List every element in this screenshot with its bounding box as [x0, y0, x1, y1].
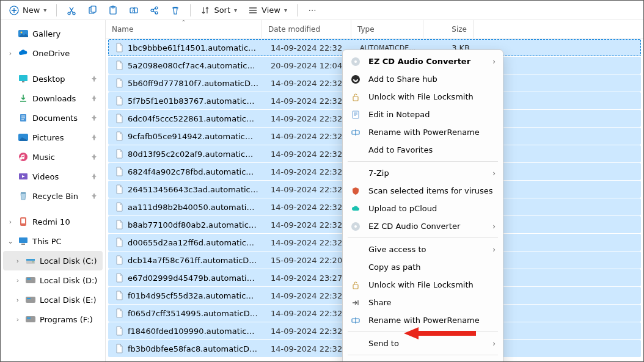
- ctx-unlock[interactable]: Unlock with File Locksmith: [343, 88, 503, 106]
- cut-button[interactable]: [62, 2, 81, 18]
- sidebar-item-pictures[interactable]: Pictures: [3, 128, 103, 147]
- sidebar-item-programs-f[interactable]: › Programs (F:): [3, 310, 103, 329]
- ctx-share[interactable]: Share: [343, 294, 503, 311]
- downloads-icon: [18, 93, 29, 104]
- ctx-giveaccess[interactable]: Give access to›: [343, 241, 503, 258]
- ctx-scan[interactable]: Scan selected items for viruses: [343, 182, 503, 200]
- sidebar-label: Local Disk (C:): [40, 256, 99, 266]
- file-date: 14-09-2024 22:32: [265, 167, 354, 176]
- sidebar-label: Programs (F:): [40, 315, 99, 324]
- chevron-right-icon: ›: [492, 339, 496, 348]
- svg-point-11: [155, 12, 158, 14]
- file-date: 14-09-2024 22:32: [265, 291, 354, 300]
- delete-button[interactable]: [166, 2, 185, 18]
- svg-rect-20: [21, 192, 26, 194]
- divider: [348, 331, 498, 332]
- svg-rect-36: [353, 284, 358, 289]
- paste-button[interactable]: [103, 2, 123, 18]
- rename-icon: [350, 127, 361, 138]
- chevron-right-icon[interactable]: ›: [14, 316, 21, 324]
- sort-button[interactable]: Sort ▾: [196, 3, 242, 18]
- copy-button[interactable]: [82, 2, 102, 18]
- file-date: 14-09-2024 22:32: [265, 220, 354, 230]
- sidebar-item-localdisk-d[interactable]: › Local Disk (D:): [3, 270, 103, 290]
- sidebar-item-onedrive[interactable]: › OneDrive: [3, 43, 103, 63]
- gallery-icon: [18, 28, 29, 39]
- ctx-sharehub[interactable]: Add to Share hub: [343, 70, 503, 88]
- sidebar-label: Downloads: [32, 94, 87, 103]
- sidebar-label: This PC: [32, 237, 99, 246]
- sidebar-item-thispc[interactable]: ⌄ This PC: [3, 231, 103, 251]
- svg-rect-24: [21, 244, 25, 245]
- sort-asc-icon: ⌃: [181, 20, 186, 26]
- new-button[interactable]: New ▾: [4, 3, 51, 18]
- ctx-ezcd2[interactable]: EZ CD Audio Converter›: [343, 217, 503, 235]
- col-name[interactable]: ⌃ Name: [106, 20, 262, 38]
- col-type[interactable]: Type: [351, 20, 423, 38]
- file-name: 6824f4a902c78fbd.automaticDestinations..…: [128, 167, 258, 176]
- chevron-right-icon: ›: [492, 169, 496, 178]
- sidebar-label: Local Disk (E:): [40, 295, 99, 305]
- file-date: 14-09-2024 22:32: [265, 43, 354, 52]
- ctx-ezcd[interactable]: EZ CD Audio Converter›: [343, 52, 503, 70]
- chevron-right-icon[interactable]: ›: [14, 296, 21, 304]
- pin-icon: [90, 134, 99, 141]
- lock-icon: [350, 280, 361, 291]
- chevron-down-icon[interactable]: ⌄: [7, 237, 14, 245]
- svg-rect-32: [353, 111, 359, 118]
- chevron-right-icon[interactable]: ›: [7, 49, 14, 57]
- sidebar-item-localdisk-c[interactable]: › Local Disk (C:): [3, 251, 103, 270]
- new-label: New: [23, 5, 40, 15]
- chevron-right-icon[interactable]: ›: [14, 277, 21, 284]
- rename-icon: [350, 315, 361, 326]
- chevron-right-icon: ›: [492, 222, 496, 231]
- sidebar-item-music[interactable]: Music: [3, 147, 103, 167]
- divider: [348, 355, 498, 355]
- chevron-right-icon: ›: [492, 57, 496, 66]
- file-name: 5b60ff9d777810f7.automaticDestinations..…: [128, 79, 258, 88]
- ctx-favorites[interactable]: Add to Favorites: [343, 141, 503, 159]
- ctx-7zip[interactable]: 7-Zip›: [343, 164, 503, 182]
- col-size[interactable]: Size: [423, 20, 474, 38]
- ctx-sendto[interactable]: Send to›: [343, 335, 503, 352]
- divider: [348, 161, 498, 162]
- svg-point-9: [151, 9, 153, 12]
- view-button[interactable]: View ▾: [243, 3, 292, 18]
- more-button[interactable]: ⋯: [302, 2, 322, 18]
- sidebar-item-videos[interactable]: Videos: [3, 167, 103, 186]
- sidebar-label: Gallery: [32, 29, 99, 38]
- ctx-pcloud[interactable]: Upload to pCloud: [343, 200, 503, 217]
- ctx-unlock2[interactable]: Unlock with File Locksmith: [343, 276, 503, 294]
- chevron-right-icon[interactable]: ›: [7, 218, 14, 226]
- sidebar-item-localdisk-e[interactable]: › Local Disk (E:): [3, 290, 103, 310]
- ctx-notepad[interactable]: Edit in Notepad: [343, 106, 503, 123]
- file-name: 5f7b5f1e01b83767.automaticDestinations..…: [128, 96, 258, 106]
- rename-button[interactable]: A: [124, 2, 144, 18]
- share-button[interactable]: [145, 2, 164, 18]
- chevron-right-icon[interactable]: ›: [14, 257, 21, 265]
- file-name: f01b4d95cf55d32a.automaticDestination...: [128, 291, 258, 300]
- sidebar-item-documents[interactable]: Documents: [3, 108, 103, 128]
- ctx-cut[interactable]: Cut: [343, 358, 503, 362]
- file-date: 14-09-2024 22:32: [265, 327, 354, 336]
- documents-icon: [18, 112, 29, 123]
- file-name: 6dc04f5ccc522861.automaticDestinations..…: [128, 114, 258, 123]
- sidebar-item-gallery[interactable]: Gallery: [3, 24, 103, 43]
- sidebar-item-recyclebin[interactable]: Recycle Bin: [3, 186, 103, 206]
- ctx-powerrename2[interactable]: Rename with PowerRename: [343, 311, 503, 329]
- sidebar-item-downloads[interactable]: Downloads: [3, 89, 103, 108]
- ctx-powerrename[interactable]: Rename with PowerRename: [343, 123, 503, 141]
- sidebar-item-desktop[interactable]: Desktop: [3, 69, 103, 89]
- col-date[interactable]: Date modified: [262, 20, 351, 38]
- file-name: b8ab77100df80ab2.automaticDestination...: [128, 220, 258, 230]
- sidebar-item-redmi[interactable]: › Redmi 10: [3, 212, 103, 231]
- notepad-icon: [350, 109, 361, 120]
- svg-point-29: [354, 60, 357, 63]
- sidebar-label: OneDrive: [32, 49, 99, 58]
- file-name: 5a2098e080cf7ac4.automaticDestinations..…: [128, 61, 258, 70]
- sort-label: Sort: [214, 5, 230, 15]
- sidebar: Gallery › OneDrive Desktop Downloads: [1, 20, 106, 361]
- ctx-copypath[interactable]: Copy as path: [343, 258, 503, 276]
- phone-icon: [18, 216, 29, 227]
- svg-rect-22: [21, 219, 25, 223]
